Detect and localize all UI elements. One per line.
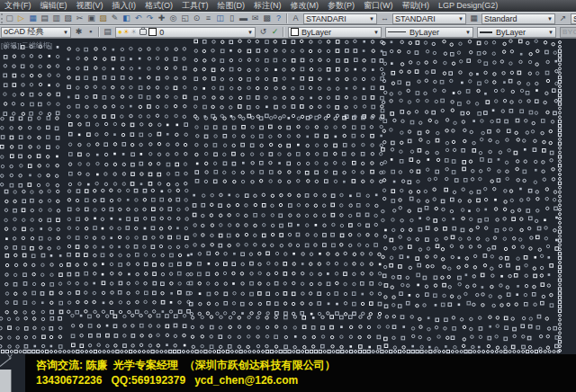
- layer-freeze-sun-icon[interactable]: ☀: [123, 27, 130, 38]
- help-icon[interactable]: ?: [273, 13, 284, 24]
- menu-draw[interactable]: 绘图(D): [213, 0, 250, 12]
- lineweight-sample-icon: [480, 31, 492, 33]
- menu-lgp-design[interactable]: LGP Design(G2): [434, 0, 502, 12]
- plot-icon[interactable]: ▤: [39, 13, 50, 24]
- layers-toolbar: oCAD 经典▼ ✱▪ ▤ ● ☀ ☀ 0 ▼ ↺✓ ByLayer ▼ ByL…: [0, 25, 576, 39]
- toolbar-separator: [286, 13, 288, 23]
- layer-name: 0: [159, 28, 245, 37]
- plot-style-value: BYCOLOR: [562, 28, 576, 36]
- menu-insert[interactable]: 插入(I): [108, 0, 141, 12]
- quickcalc-icon[interactable]: ▩: [261, 13, 273, 24]
- linetype-control-combo[interactable]: ByLayer ▼: [385, 27, 473, 38]
- contact-banner: 咨询交流: 陈廉 光学专案经理 （深圳市跃创达科技有限公司） 134306722…: [25, 354, 576, 392]
- dim-style-combo[interactable]: STANDARI▼: [392, 13, 466, 24]
- block-editor-icon[interactable]: ◧: [121, 13, 132, 24]
- dim-style-icon: ↔: [379, 13, 391, 24]
- make-object-layer-current-icon[interactable]: ↺: [257, 26, 269, 38]
- match-properties-icon[interactable]: ✎: [109, 13, 121, 24]
- chevron-down-icon[interactable]: ▼: [465, 30, 471, 35]
- ucs-origin-box: [0, 370, 12, 392]
- cut-icon[interactable]: ✂: [74, 13, 86, 24]
- lineweight-control-combo[interactable]: ByLayer ▼: [477, 27, 556, 38]
- publish-icon[interactable]: ▧: [62, 13, 74, 24]
- open-icon[interactable]: ▷: [15, 13, 27, 24]
- workspace-icons: ✱▪: [73, 26, 96, 38]
- menu-dimension[interactable]: 标注(N): [249, 0, 286, 12]
- copy-icon[interactable]: ▣: [86, 13, 97, 24]
- chevron-down-icon[interactable]: ▼: [547, 16, 553, 22]
- model-space: [俯视][二维线框] Y 咨询交流: 陈廉 光学专案经理 （深圳市跃创达科技有限…: [0, 39, 576, 392]
- undo-icon[interactable]: ↶: [132, 13, 144, 24]
- mleader-style-icon: ↗: [557, 13, 569, 24]
- layer-combo[interactable]: ● ☀ ☀ 0 ▼: [115, 27, 256, 38]
- table-style-icon: ▦: [468, 13, 480, 24]
- toolbar-separator: [98, 27, 100, 37]
- color-bylayer-swatch: [291, 28, 299, 36]
- menu-parametric[interactable]: 参数(P): [323, 0, 359, 12]
- contact-banner-line1: 咨询交流: 陈廉 光学专案经理 （深圳市跃创达科技有限公司）: [36, 358, 576, 373]
- plot-preview-icon[interactable]: ▥: [50, 13, 62, 24]
- linetype-control-value: ByLayer: [410, 28, 463, 37]
- layer-vp-freeze-sun-icon[interactable]: ☀: [130, 27, 137, 38]
- menu-modify[interactable]: 修改(M): [286, 0, 324, 12]
- qnew-icon[interactable]: ▢: [4, 13, 15, 24]
- standard-toolbar-icons: ▢▷▦▤▥▧✂▣▨✎◧↶↷✚◎◱⊙≡◫▯▬✉▩?: [4, 13, 284, 24]
- toolbar-separator: [283, 27, 284, 37]
- lineweight-control-value: ByLayer: [496, 28, 545, 37]
- menu-view[interactable]: 视图(V): [72, 0, 108, 12]
- chevron-down-icon[interactable]: ▼: [63, 30, 68, 35]
- save-icon[interactable]: ▦: [27, 13, 39, 24]
- menu-edit[interactable]: 编辑(E): [36, 0, 72, 12]
- menu-window[interactable]: 窗口(W): [359, 0, 398, 12]
- workspace-value: oCAD 经典: [4, 26, 60, 38]
- paste-icon[interactable]: ▨: [97, 13, 109, 24]
- workspace-save-icon[interactable]: ▪: [85, 26, 96, 38]
- layer-tool-icons: ↺✓: [257, 26, 281, 38]
- zoom-realtime-icon[interactable]: ◎: [167, 13, 179, 24]
- chevron-down-icon[interactable]: ▼: [548, 30, 554, 35]
- text-style-combo[interactable]: STANDARI▼: [303, 13, 377, 24]
- menu-help[interactable]: 帮助(H): [398, 0, 435, 12]
- workspace-combo[interactable]: oCAD 经典▼: [1, 27, 71, 38]
- designcenter-icon[interactable]: ◫: [214, 13, 226, 24]
- redo-icon[interactable]: ↷: [144, 13, 156, 24]
- sheet-set-manager-icon[interactable]: ▬: [238, 13, 249, 24]
- color-control-combo[interactable]: ByLayer ▼: [288, 27, 382, 38]
- table-style-value: Standard: [484, 14, 544, 23]
- properties-icon[interactable]: ≡: [202, 13, 214, 24]
- plot-style-control-combo: BYCOLOR ▼: [560, 27, 576, 38]
- layer-color-swatch: [148, 28, 157, 36]
- markup-icon[interactable]: ✉: [249, 13, 261, 24]
- dim-style-value: STANDARI: [395, 14, 455, 23]
- workspace-settings-icon[interactable]: ✱: [73, 26, 85, 38]
- menu-format[interactable]: 格式(O): [140, 0, 177, 12]
- menu-file[interactable]: 文件(F): [0, 0, 36, 12]
- standard-toolbar: ▢▷▦▤▥▧✂▣▨✎◧↶↷✚◎◱⊙≡◫▯▬✉▩? A STANDARI▼ ↔ S…: [0, 12, 576, 25]
- menu-tools[interactable]: 工具(T): [177, 0, 213, 12]
- layer-lock-icon[interactable]: [140, 29, 147, 35]
- text-style-value: STANDARI: [306, 14, 366, 23]
- autocad-window: 文件(F)编辑(E)视图(V)插入(I)格式(O)工具(T)绘图(D)标注(N)…: [0, 0, 576, 392]
- mleader-style-combo[interactable]: Standard▼: [571, 13, 576, 24]
- layer-properties-manager-icon[interactable]: ▤: [102, 26, 113, 38]
- contact-banner-line2: 13430672236 QQ:569192379 ycd_chen@126.co…: [36, 373, 576, 388]
- text-style-icon: A: [290, 13, 302, 24]
- layer-previous-icon[interactable]: ✓: [269, 26, 281, 38]
- tool-palettes-icon[interactable]: ▯: [226, 13, 238, 24]
- layer-on-bulb-icon[interactable]: ●: [118, 27, 122, 38]
- lgp-dot-pattern-canvas[interactable]: [0, 39, 576, 392]
- table-style-combo[interactable]: Standard▼: [482, 13, 555, 24]
- menu-bar: 文件(F)编辑(E)视图(V)插入(I)格式(O)工具(T)绘图(D)标注(N)…: [0, 0, 576, 12]
- chevron-down-icon[interactable]: ▼: [374, 30, 379, 35]
- viewport-controls[interactable]: [俯视][二维线框]: [1, 40, 52, 50]
- toolbar-grip[interactable]: [1, 13, 3, 23]
- linetype-sample-icon: [388, 31, 406, 32]
- chevron-down-icon[interactable]: ▼: [248, 30, 253, 35]
- chevron-down-icon[interactable]: ▼: [458, 16, 464, 22]
- pan-icon[interactable]: ✚: [156, 13, 167, 24]
- color-control-value: ByLayer: [302, 28, 371, 37]
- zoom-window-icon[interactable]: ◱: [179, 13, 191, 24]
- zoom-previous-icon[interactable]: ⊙: [191, 13, 202, 24]
- chevron-down-icon[interactable]: ▼: [369, 16, 374, 22]
